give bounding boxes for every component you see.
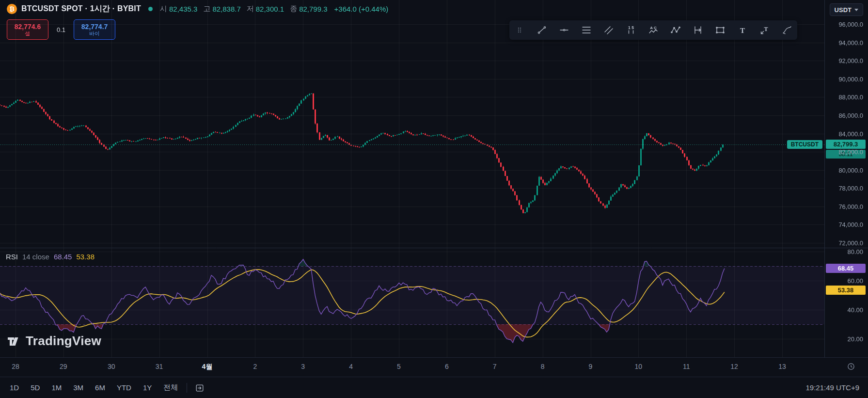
- range-button-YTD[interactable]: YTD: [116, 382, 132, 393]
- range-button-1Y[interactable]: 1Y: [142, 382, 153, 393]
- tool-xabcd-pattern-button[interactable]: [670, 25, 681, 35]
- high-label: 고: [203, 4, 210, 14]
- go-to-date-button[interactable]: [195, 383, 205, 393]
- rsi-title[interactable]: RSI: [6, 253, 18, 261]
- price-axis-label: 96,000.0: [838, 21, 863, 28]
- time-axis-label: 30: [108, 363, 115, 370]
- tool-fib-retracement-button[interactable]: [581, 25, 592, 35]
- symbol-title[interactable]: BTCUSDT SPOT · 1시간 · BYBIT: [21, 4, 141, 14]
- tool-anchored-text-button[interactable]: T: [759, 25, 770, 35]
- sell-button[interactable]: 82,774.6 셀: [7, 19, 48, 40]
- low-label: 저: [247, 4, 254, 14]
- low-value: 82,300.1: [256, 5, 284, 13]
- date-range-buttons: 1D5D1M3M6MYTD1Y전체: [9, 382, 179, 394]
- symbol-price-tag: BTCUSDT: [787, 140, 822, 149]
- open-label: 시: [160, 4, 167, 14]
- range-button-5D[interactable]: 5D: [30, 382, 41, 393]
- last-price-tag: 82,799.3: [826, 140, 866, 149]
- range-button-3M[interactable]: 3M: [72, 382, 84, 393]
- timezone-clock-button[interactable]: [847, 362, 855, 371]
- text-icon: T: [737, 25, 748, 35]
- rsi-axis-label: 20.00: [847, 335, 863, 343]
- xabcd-pattern-icon: [670, 25, 681, 35]
- time-axis-label: 10: [635, 363, 643, 370]
- price-axis-label: 84,000.0: [838, 130, 863, 137]
- tool-parallel-channel-button[interactable]: [603, 25, 614, 35]
- tool-fib-timezone-button[interactable]: 1 5: [626, 25, 636, 35]
- tool-elliott-wave-button[interactable]: A C: [648, 25, 659, 35]
- time-axis-label: 29: [60, 363, 67, 370]
- price-axis-label: 86,000.0: [838, 111, 863, 119]
- sell-price: 82,774.6: [15, 23, 41, 31]
- tradingview-watermark: TradingView: [7, 334, 101, 349]
- time-axis[interactable]: 282930314월2345678910111213: [0, 357, 868, 377]
- rsi-params: 14 close: [22, 253, 49, 261]
- currency-selector-button[interactable]: USDT: [830, 3, 863, 16]
- tool-text-button[interactable]: T: [737, 25, 748, 35]
- brush-icon: [782, 25, 792, 35]
- buy-button[interactable]: 82,774.7 바이: [74, 19, 115, 40]
- rsi-axis-label: 60.00: [847, 277, 863, 285]
- toolbar-drag-handle[interactable]: [514, 25, 525, 35]
- time-axis-label: 2: [253, 363, 257, 370]
- time-axis-label: 11: [683, 363, 690, 370]
- price-axis-label: 74,000.0: [838, 221, 863, 228]
- close-value: 82,799.3: [299, 5, 327, 13]
- spread-value: 0.1: [57, 26, 65, 33]
- price-axis-label: 88,000.0: [838, 94, 863, 101]
- divider: [187, 383, 187, 393]
- fib-timezone-icon: 1 5: [626, 25, 636, 35]
- svg-text:T: T: [764, 26, 768, 32]
- buy-label: 바이: [89, 31, 100, 37]
- rectangle-icon: [715, 25, 726, 35]
- date-range-icon: [693, 25, 703, 35]
- drawing-toolbar: 1 5A CTT: [509, 20, 797, 40]
- price-chart-canvas[interactable]: [0, 0, 868, 357]
- tool-horizontal-line-button[interactable]: [559, 25, 569, 35]
- time-axis-label: 8: [541, 363, 545, 370]
- time-axis-label: 7: [493, 363, 497, 370]
- ohlc-values: 시 82,435.3 고 82,838.7 저 82,300.1 종 82,79…: [160, 4, 388, 14]
- range-button-전체[interactable]: 전체: [162, 382, 179, 394]
- tradingview-logo-icon: [7, 336, 21, 347]
- watermark-text: TradingView: [26, 334, 101, 349]
- time-axis-label: 4: [349, 363, 353, 370]
- horizontal-line-icon: [559, 25, 569, 35]
- chevron-down-icon: [854, 9, 858, 11]
- bottom-toolbar: 1D5D1M3M6MYTD1Y전체 19:21:49 UTC+9: [0, 377, 868, 398]
- chart-legend: ₿ BTCUSDT SPOT · 1시간 · BYBIT 시 82,435.3 …: [7, 4, 388, 14]
- range-button-6M[interactable]: 6M: [94, 382, 106, 393]
- range-button-1D[interactable]: 1D: [9, 382, 20, 393]
- sell-label: 셀: [25, 31, 31, 37]
- svg-text:T: T: [740, 27, 745, 34]
- time-axis-label: 9: [589, 363, 593, 370]
- tool-brush-button[interactable]: [782, 25, 792, 35]
- order-panel: 82,774.6 셀 0.1 82,774.7 바이: [7, 19, 115, 40]
- close-label: 종: [290, 4, 297, 14]
- high-value: 82,838.7: [212, 5, 240, 13]
- price-axis[interactable]: 82,799.3 38:11 68.45 53.38 96,000.094,00…: [824, 0, 868, 357]
- time-axis-label: 3: [301, 363, 305, 370]
- clock[interactable]: 19:21:49 UTC+9: [806, 383, 860, 392]
- svg-text:1 5: 1 5: [628, 25, 634, 30]
- drag-handle-icon: [514, 25, 525, 35]
- rsi-ma-value-tag: 53.38: [826, 286, 866, 295]
- time-axis-label: 12: [730, 363, 738, 370]
- price-axis-label: 72,000.0: [838, 239, 863, 247]
- price-axis-label: 78,000.0: [838, 185, 863, 192]
- price-axis-label: 90,000.0: [838, 75, 863, 82]
- price-axis-label: 80,000.0: [838, 166, 863, 174]
- tool-trend-line-button[interactable]: [537, 25, 547, 35]
- open-value: 82,435.3: [169, 5, 197, 13]
- price-axis-label: 76,000.0: [838, 203, 863, 210]
- range-button-1M[interactable]: 1M: [50, 382, 63, 393]
- bitcoin-icon: ₿: [7, 4, 17, 14]
- time-axis-label: 28: [12, 363, 19, 370]
- tool-date-range-button[interactable]: [693, 25, 703, 35]
- rsi-value: 68.45: [54, 253, 72, 261]
- elliott-wave-icon: A C: [648, 25, 659, 35]
- tool-rectangle-button[interactable]: [715, 25, 726, 35]
- rsi-value-tag: 68.45: [826, 264, 866, 273]
- rsi-axis-label: 40.00: [847, 306, 863, 314]
- time-axis-label: 4월: [202, 363, 213, 371]
